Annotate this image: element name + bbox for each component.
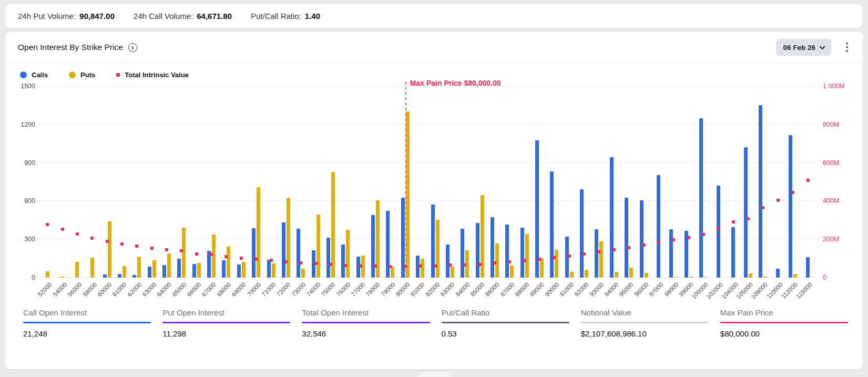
put-bar bbox=[257, 187, 260, 278]
total-intrinsic-value-point bbox=[374, 264, 377, 268]
call-bar bbox=[759, 105, 762, 278]
strike-slot: 94000 bbox=[607, 86, 621, 278]
strike-slot: 108000 bbox=[755, 86, 770, 278]
right-axis-tick: 600M bbox=[823, 159, 839, 167]
total-intrinsic-value-point bbox=[687, 236, 690, 239]
stat-value: 11,298 bbox=[162, 329, 290, 338]
strike-slot: 75000 bbox=[323, 86, 338, 278]
x-axis-label: 85000 bbox=[469, 281, 485, 298]
put-bar bbox=[272, 263, 275, 278]
x-axis-label: 52000 bbox=[37, 281, 53, 298]
open-interest-panel: Open Interest By Strike Price i 06 Feb 2… bbox=[5, 32, 863, 369]
x-axis-label: 110000 bbox=[765, 281, 784, 300]
chart-legend: Calls Puts Total Intrinsic Value bbox=[5, 63, 863, 81]
x-axis-label: 68000 bbox=[216, 281, 232, 298]
call-bar bbox=[669, 229, 673, 278]
total-intrinsic-value-point bbox=[76, 232, 79, 236]
call-bar bbox=[717, 186, 720, 278]
stat-put-open-interest: Put Open Interest11,298 bbox=[162, 308, 290, 338]
right-axis-tick: 0 bbox=[823, 274, 826, 281]
call-bar bbox=[520, 228, 524, 278]
put-bar bbox=[793, 274, 797, 278]
x-axis-label: 95000 bbox=[618, 281, 635, 298]
call-bar bbox=[580, 189, 584, 278]
max-pain-line bbox=[405, 81, 406, 278]
call-bar bbox=[148, 267, 151, 278]
x-axis-label: 96000 bbox=[633, 281, 649, 298]
call-bar bbox=[118, 274, 121, 278]
stat-put-call-ratio: Put/Call Ratio0.53 bbox=[442, 308, 569, 338]
legend-item-puts[interactable]: Puts bbox=[69, 71, 95, 79]
expiry-date-value: 06 Feb 26 bbox=[783, 44, 815, 52]
put-volume-label: 24h Put Volume: bbox=[18, 12, 76, 21]
put-call-ratio-label: Put/Call Ratio: bbox=[251, 12, 301, 21]
strike-slot: 92000 bbox=[577, 86, 591, 278]
stat-call-open-interest: Call Open Interest21,248 bbox=[23, 308, 151, 338]
total-intrinsic-value-point bbox=[344, 264, 347, 267]
stat-value: $80,000.00 bbox=[720, 329, 848, 338]
total-intrinsic-value-point bbox=[404, 265, 407, 268]
strike-slot: 72000 bbox=[279, 86, 293, 278]
x-axis-label: 64000 bbox=[156, 281, 172, 298]
stat-label: Put/Call Ratio bbox=[442, 308, 569, 317]
bottom-notch bbox=[417, 372, 452, 377]
x-axis-label: 78000 bbox=[365, 281, 381, 298]
total-intrinsic-value-point bbox=[46, 223, 49, 226]
stat-label: Call Open Interest bbox=[23, 308, 151, 317]
legend-item-total-intrinsic-value[interactable]: Total Intrinsic Value bbox=[116, 71, 189, 79]
strike-slot: 87000 bbox=[502, 86, 517, 278]
total-intrinsic-value-point bbox=[523, 259, 526, 262]
info-icon[interactable]: i bbox=[128, 43, 137, 52]
total-intrinsic-value-point bbox=[240, 257, 243, 260]
put-bar bbox=[436, 220, 440, 278]
total-intrinsic-value-point bbox=[135, 244, 138, 248]
put-bar bbox=[763, 277, 767, 278]
stat-value: 0.53 bbox=[442, 329, 569, 338]
total-intrinsic-value-point bbox=[508, 260, 511, 263]
call-bar bbox=[237, 264, 241, 278]
x-axis-label: 80000 bbox=[394, 281, 411, 298]
more-options-button[interactable] bbox=[843, 40, 851, 54]
calls-legend-label: Calls bbox=[32, 71, 48, 79]
total-intrinsic-value-point bbox=[210, 253, 213, 256]
strike-slot: 90000 bbox=[547, 86, 561, 278]
put-volume-24h: 24h Put Volume: 90,847.00 bbox=[18, 12, 115, 21]
strike-slot: 52000 bbox=[40, 86, 55, 278]
x-axis-label: 60000 bbox=[96, 281, 113, 298]
total-intrinsic-value-point bbox=[448, 263, 452, 267]
put-bar bbox=[46, 271, 49, 278]
x-axis-label: 56000 bbox=[67, 281, 83, 298]
put-bar bbox=[704, 277, 708, 278]
put-bar bbox=[570, 272, 574, 278]
stat-underline bbox=[442, 322, 569, 323]
total-intrinsic-value-point bbox=[642, 243, 646, 247]
strike-slot: 93000 bbox=[591, 86, 606, 278]
strike-slot: 91000 bbox=[562, 86, 577, 278]
stat-value: 32,546 bbox=[302, 329, 430, 338]
total-intrinsic-value-point bbox=[702, 233, 705, 236]
total-intrinsic-value-point bbox=[418, 264, 422, 268]
total-intrinsic-value-point bbox=[434, 264, 437, 268]
put-bar bbox=[689, 277, 693, 278]
total-intrinsic-value-point bbox=[612, 248, 616, 251]
total-intrinsic-value-point bbox=[224, 255, 228, 258]
volume-summary-bar: 24h Put Volume: 90,847.00 24h Call Volum… bbox=[5, 4, 863, 28]
strike-slot: 68000 bbox=[219, 86, 233, 278]
strike-slot: 81000 bbox=[413, 86, 427, 278]
x-axis-label: 88000 bbox=[514, 281, 530, 298]
strike-slot: 76000 bbox=[338, 86, 353, 278]
stat-total-open-interest: Total Open Interest32,546 bbox=[302, 308, 430, 338]
put-call-ratio-24h: Put/Call Ratio: 1.40 bbox=[251, 12, 320, 21]
put-bar bbox=[108, 221, 111, 278]
legend-item-calls[interactable]: Calls bbox=[20, 71, 48, 79]
x-axis-label: 66000 bbox=[186, 281, 202, 298]
x-axis-label: 90000 bbox=[544, 281, 560, 298]
expiry-date-dropdown[interactable]: 06 Feb 26 bbox=[776, 39, 831, 56]
put-call-ratio-value: 1.40 bbox=[305, 12, 320, 21]
strike-slot: 58000 bbox=[85, 86, 99, 278]
x-axis-label: 67000 bbox=[201, 281, 217, 298]
x-axis-label: 69000 bbox=[231, 281, 247, 298]
put-bar bbox=[227, 247, 230, 278]
x-axis-label: 73000 bbox=[290, 281, 307, 298]
put-bar bbox=[137, 257, 141, 278]
